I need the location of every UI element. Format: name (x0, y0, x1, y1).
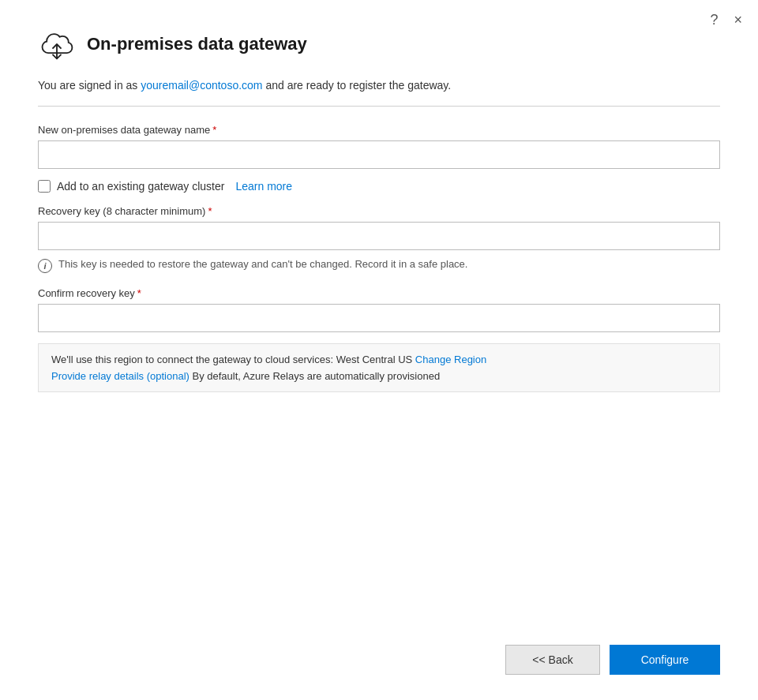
region-line: We'll use this region to connect the gat… (51, 354, 707, 365)
configure-button[interactable]: Configure (610, 645, 720, 675)
info-row: i This key is needed to restore the gate… (38, 258, 720, 273)
back-button[interactable]: << Back (505, 645, 600, 675)
confirm-key-input[interactable] (38, 304, 720, 332)
relay-line: Provide relay details (optional) By defa… (51, 370, 707, 382)
dialog-title: On-premises data gateway (87, 34, 307, 54)
email-link[interactable]: youremail@contoso.com (141, 79, 262, 92)
recovery-key-required: * (208, 205, 212, 217)
recovery-key-field-group: Recovery key (8 character minimum) * (38, 205, 720, 250)
region-text-prefix: We'll use this region to connect the gat… (51, 354, 412, 365)
add-cluster-checkbox[interactable] (38, 180, 51, 193)
gateway-name-field-group: New on-premises data gateway name * (38, 124, 720, 169)
change-region-link[interactable]: Change Region (415, 354, 486, 365)
close-button[interactable]: × (732, 11, 744, 28)
add-cluster-label: Add to an existing gateway cluster (57, 180, 224, 193)
signed-in-text: You are signed in as youremail@contoso.c… (38, 79, 720, 92)
help-button[interactable]: ? (708, 11, 719, 28)
relay-link[interactable]: Provide relay details (optional) (51, 370, 190, 382)
gateway-name-label: New on-premises data gateway name * (38, 124, 720, 136)
learn-more-link[interactable]: Learn more (235, 180, 292, 193)
dialog-container: ? × On-premises data gateway You are sig… (0, 0, 758, 700)
info-text: This key is needed to restore the gatewa… (58, 258, 467, 270)
recovery-key-input[interactable] (38, 222, 720, 250)
dialog-header-icons: ? × (708, 11, 744, 28)
divider (38, 106, 720, 107)
relay-text: By default, Azure Relays are automatical… (193, 370, 441, 382)
confirm-key-required: * (137, 287, 141, 299)
dialog-content: On-premises data gateway You are signed … (0, 0, 758, 629)
dialog-footer: << Back Configure (0, 629, 758, 700)
gateway-name-required: * (212, 124, 216, 136)
title-row: On-premises data gateway (38, 25, 720, 63)
confirm-key-field-group: Confirm recovery key * (38, 287, 720, 332)
gateway-name-input[interactable] (38, 140, 720, 169)
recovery-key-label: Recovery key (8 character minimum) * (38, 205, 720, 217)
cloud-icon (38, 25, 76, 63)
info-icon: i (38, 259, 52, 273)
region-box: We'll use this region to connect the gat… (38, 343, 720, 392)
checkbox-row: Add to an existing gateway cluster Learn… (38, 180, 720, 193)
confirm-key-label: Confirm recovery key * (38, 287, 720, 299)
